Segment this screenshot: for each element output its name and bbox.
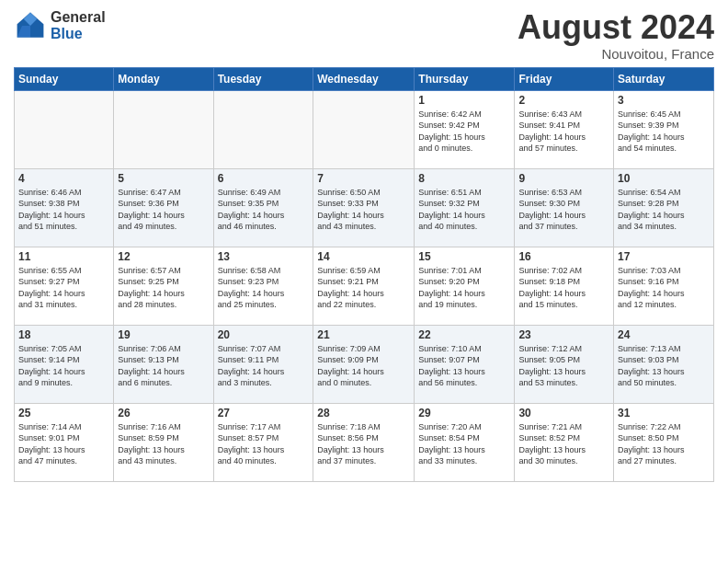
day-number: 17	[618, 250, 710, 263]
title-block: August 2024 Nouvoitou, France	[518, 9, 714, 62]
day-info: Sunrise: 7:13 AM Sunset: 9:03 PM Dayligh…	[618, 343, 710, 389]
day-cell: 16Sunrise: 7:02 AM Sunset: 9:18 PM Dayli…	[515, 247, 614, 325]
day-number: 27	[218, 407, 310, 419]
weekday-header-wednesday: Wednesday	[313, 67, 415, 90]
day-number: 7	[317, 172, 410, 185]
day-info: Sunrise: 7:09 AM Sunset: 9:09 PM Dayligh…	[317, 343, 410, 389]
day-number: 2	[518, 94, 609, 107]
day-info: Sunrise: 7:10 AM Sunset: 9:07 PM Dayligh…	[418, 343, 510, 389]
day-info: Sunrise: 6:42 AM Sunset: 9:42 PM Dayligh…	[418, 109, 510, 155]
day-cell: 31Sunrise: 7:22 AM Sunset: 8:50 PM Dayli…	[614, 403, 714, 481]
day-cell: 20Sunrise: 7:07 AM Sunset: 9:11 PM Dayli…	[213, 325, 313, 403]
day-number: 10	[618, 172, 710, 185]
calendar-table: SundayMondayTuesdayWednesdayThursdayFrid…	[14, 67, 714, 482]
day-info: Sunrise: 6:53 AM Sunset: 9:30 PM Dayligh…	[518, 187, 609, 233]
day-number: 8	[418, 172, 510, 185]
day-number: 3	[618, 94, 710, 107]
day-number: 15	[418, 250, 510, 263]
empty-cell	[213, 90, 313, 168]
day-cell: 1Sunrise: 6:42 AM Sunset: 9:42 PM Daylig…	[415, 90, 515, 168]
day-number: 5	[118, 172, 209, 185]
weekday-header-sunday: Sunday	[15, 67, 114, 90]
day-info: Sunrise: 7:01 AM Sunset: 9:20 PM Dayligh…	[418, 265, 510, 311]
day-cell: 30Sunrise: 7:21 AM Sunset: 8:52 PM Dayli…	[515, 403, 614, 481]
day-info: Sunrise: 6:59 AM Sunset: 9:21 PM Dayligh…	[317, 265, 410, 311]
day-info: Sunrise: 6:43 AM Sunset: 9:41 PM Dayligh…	[518, 109, 609, 155]
logo-icon	[14, 9, 47, 42]
day-cell: 11Sunrise: 6:55 AM Sunset: 9:27 PM Dayli…	[15, 247, 114, 325]
day-cell: 3Sunrise: 6:45 AM Sunset: 9:39 PM Daylig…	[614, 90, 714, 168]
day-info: Sunrise: 7:03 AM Sunset: 9:16 PM Dayligh…	[618, 265, 710, 311]
empty-cell	[114, 90, 213, 168]
day-info: Sunrise: 7:14 AM Sunset: 9:01 PM Dayligh…	[18, 421, 109, 467]
day-info: Sunrise: 6:45 AM Sunset: 9:39 PM Dayligh…	[618, 109, 710, 155]
day-number: 20	[218, 328, 310, 341]
day-number: 26	[118, 407, 209, 419]
day-cell: 6Sunrise: 6:49 AM Sunset: 9:35 PM Daylig…	[213, 168, 313, 247]
day-cell: 17Sunrise: 7:03 AM Sunset: 9:16 PM Dayli…	[614, 247, 714, 325]
weekday-header-tuesday: Tuesday	[213, 67, 313, 90]
day-number: 6	[218, 172, 310, 185]
day-number: 12	[118, 250, 209, 263]
day-number: 1	[418, 94, 510, 107]
day-number: 25	[18, 407, 109, 419]
day-info: Sunrise: 7:16 AM Sunset: 8:59 PM Dayligh…	[118, 421, 209, 467]
day-number: 31	[618, 407, 710, 419]
calendar-title: August 2024	[518, 9, 714, 46]
day-info: Sunrise: 6:54 AM Sunset: 9:28 PM Dayligh…	[618, 187, 710, 233]
day-number: 16	[518, 250, 609, 263]
day-number: 21	[317, 328, 410, 341]
day-info: Sunrise: 7:20 AM Sunset: 8:54 PM Dayligh…	[418, 421, 510, 467]
day-number: 28	[317, 407, 410, 419]
empty-cell	[313, 90, 415, 168]
day-cell: 28Sunrise: 7:18 AM Sunset: 8:56 PM Dayli…	[313, 403, 415, 481]
day-cell: 12Sunrise: 6:57 AM Sunset: 9:25 PM Dayli…	[114, 247, 213, 325]
day-cell: 24Sunrise: 7:13 AM Sunset: 9:03 PM Dayli…	[614, 325, 714, 403]
logo-general-text: General	[51, 9, 106, 26]
day-info: Sunrise: 6:57 AM Sunset: 9:25 PM Dayligh…	[118, 265, 209, 311]
weekday-header-friday: Friday	[515, 67, 614, 90]
day-info: Sunrise: 7:12 AM Sunset: 9:05 PM Dayligh…	[518, 343, 609, 389]
weekday-header-thursday: Thursday	[415, 67, 515, 90]
day-info: Sunrise: 6:47 AM Sunset: 9:36 PM Dayligh…	[118, 187, 209, 233]
day-info: Sunrise: 7:06 AM Sunset: 9:13 PM Dayligh…	[118, 343, 209, 389]
day-number: 13	[218, 250, 310, 263]
day-cell: 9Sunrise: 6:53 AM Sunset: 9:30 PM Daylig…	[515, 168, 614, 247]
day-cell: 4Sunrise: 6:46 AM Sunset: 9:38 PM Daylig…	[15, 168, 114, 247]
day-info: Sunrise: 7:18 AM Sunset: 8:56 PM Dayligh…	[317, 421, 410, 467]
day-info: Sunrise: 6:49 AM Sunset: 9:35 PM Dayligh…	[218, 187, 310, 233]
day-cell: 14Sunrise: 6:59 AM Sunset: 9:21 PM Dayli…	[313, 247, 415, 325]
logo: General Blue	[14, 9, 106, 42]
day-number: 4	[18, 172, 109, 185]
day-info: Sunrise: 6:46 AM Sunset: 9:38 PM Dayligh…	[18, 187, 109, 233]
day-info: Sunrise: 7:22 AM Sunset: 8:50 PM Dayligh…	[618, 421, 710, 467]
logo-text: General Blue	[51, 9, 106, 41]
day-number: 14	[317, 250, 410, 263]
day-cell: 25Sunrise: 7:14 AM Sunset: 9:01 PM Dayli…	[15, 403, 114, 481]
day-number: 23	[518, 328, 609, 341]
day-cell: 23Sunrise: 7:12 AM Sunset: 9:05 PM Dayli…	[515, 325, 614, 403]
day-cell: 18Sunrise: 7:05 AM Sunset: 9:14 PM Dayli…	[15, 325, 114, 403]
day-number: 30	[518, 407, 609, 419]
header: General Blue August 2024 Nouvoitou, Fran…	[14, 9, 714, 62]
day-number: 19	[118, 328, 209, 341]
day-cell: 8Sunrise: 6:51 AM Sunset: 9:32 PM Daylig…	[415, 168, 515, 247]
day-cell: 13Sunrise: 6:58 AM Sunset: 9:23 PM Dayli…	[213, 247, 313, 325]
day-info: Sunrise: 6:58 AM Sunset: 9:23 PM Dayligh…	[218, 265, 310, 311]
calendar-location: Nouvoitou, France	[518, 46, 714, 62]
weekday-header-saturday: Saturday	[614, 67, 714, 90]
calendar-week-row: 1Sunrise: 6:42 AM Sunset: 9:42 PM Daylig…	[15, 90, 714, 168]
day-cell: 7Sunrise: 6:50 AM Sunset: 9:33 PM Daylig…	[313, 168, 415, 247]
page: General Blue August 2024 Nouvoitou, Fran…	[0, 0, 728, 563]
calendar-week-row: 18Sunrise: 7:05 AM Sunset: 9:14 PM Dayli…	[15, 325, 714, 403]
weekday-header-row: SundayMondayTuesdayWednesdayThursdayFrid…	[15, 67, 714, 90]
day-number: 11	[18, 250, 109, 263]
calendar-week-row: 25Sunrise: 7:14 AM Sunset: 9:01 PM Dayli…	[15, 403, 714, 481]
day-info: Sunrise: 7:07 AM Sunset: 9:11 PM Dayligh…	[218, 343, 310, 389]
day-cell: 15Sunrise: 7:01 AM Sunset: 9:20 PM Dayli…	[415, 247, 515, 325]
day-info: Sunrise: 6:50 AM Sunset: 9:33 PM Dayligh…	[317, 187, 410, 233]
day-info: Sunrise: 7:02 AM Sunset: 9:18 PM Dayligh…	[518, 265, 609, 311]
day-cell: 26Sunrise: 7:16 AM Sunset: 8:59 PM Dayli…	[114, 403, 213, 481]
calendar-week-row: 11Sunrise: 6:55 AM Sunset: 9:27 PM Dayli…	[15, 247, 714, 325]
day-info: Sunrise: 6:55 AM Sunset: 9:27 PM Dayligh…	[18, 265, 109, 311]
